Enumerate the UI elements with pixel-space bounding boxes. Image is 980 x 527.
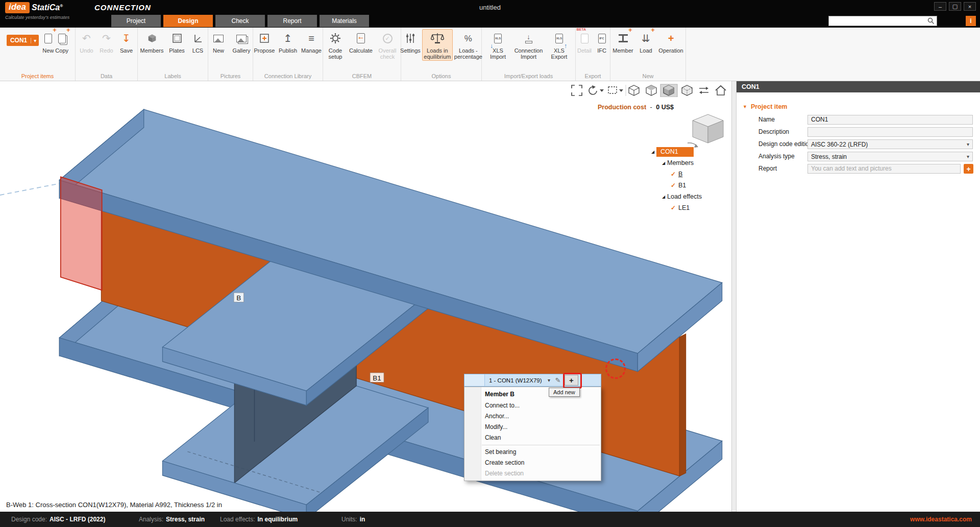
report-field[interactable]: You can add text and pictures bbox=[807, 164, 961, 174]
ribbon-item-copy-project[interactable]: + Copy bbox=[55, 31, 68, 54]
ribbon-item-plates-labels[interactable]: Plates bbox=[167, 31, 187, 54]
group-caption-project-items: Project items bbox=[0, 73, 75, 79]
menu-item-anchor[interactable]: Anchor... bbox=[464, 411, 601, 422]
tree-node-le1[interactable]: ✓ LE1 bbox=[649, 202, 731, 213]
ribbon-item-settings[interactable]: Settings bbox=[400, 31, 421, 54]
selection-status-line: B-Web 1: Cross-section CON1(W12X79), Mat… bbox=[6, 501, 222, 509]
operation-dropdown-value: 1 - CON1 (W12X79) bbox=[489, 377, 548, 384]
percent-icon: % bbox=[464, 31, 472, 46]
viewport-3d[interactable]: B B1 Production cost - 0 US$ bbox=[0, 81, 731, 512]
ribbon-item-xls-import[interactable]: XLS↓ XLS Import bbox=[485, 31, 511, 60]
ribbon-item-propose[interactable]: Propose bbox=[253, 31, 276, 54]
wireframe-mode-icon[interactable] bbox=[629, 85, 639, 95]
undo-icon: ↶ bbox=[82, 31, 91, 46]
chevron-down-icon: ▾ bbox=[967, 141, 969, 147]
ribbon-item-xls-export[interactable]: XLS↑ XLS Export bbox=[547, 31, 572, 60]
properties-panel: CON1 ▼ Project item Name CON1 Descriptio… bbox=[737, 81, 980, 512]
chevron-down-icon: ▾ bbox=[967, 154, 969, 159]
expander-icon[interactable]: ◢ bbox=[660, 161, 667, 165]
select-rectangle-icon[interactable] bbox=[608, 87, 623, 93]
edit-icon[interactable]: ✎ bbox=[553, 376, 562, 384]
transparent-mode-icon[interactable] bbox=[682, 85, 692, 95]
ribbon-item-new-load[interactable]: ⇊+ Load bbox=[636, 31, 656, 54]
project-item-combo[interactable]: CON1 ▾ bbox=[7, 35, 39, 46]
ribbon-item-undo: ↶ Undo bbox=[78, 31, 96, 54]
website-link[interactable]: www.ideastatica.com bbox=[910, 516, 972, 523]
ribbon-item-new-picture[interactable]: New bbox=[208, 31, 229, 54]
ribbon-item-new-operation[interactable]: + Operation bbox=[658, 31, 684, 54]
ribbon-item-loads-percentage[interactable]: % Loads - percentage bbox=[454, 31, 482, 60]
home-view-icon[interactable] bbox=[716, 86, 726, 95]
fit-view-icon[interactable] bbox=[572, 85, 582, 95]
info-button[interactable]: i bbox=[966, 16, 976, 26]
tree-node-con1[interactable]: ◢ CON1 bbox=[649, 146, 731, 157]
xls-import-icon: XLS↓ bbox=[494, 31, 502, 46]
ribbon-item-code-setup[interactable]: Code setup bbox=[324, 31, 347, 60]
collapse-triangle-icon[interactable]: ▼ bbox=[743, 104, 747, 109]
tree-node-member-b1[interactable]: ✓ B1 bbox=[649, 180, 731, 191]
tree-node-members[interactable]: ◢ Members bbox=[649, 157, 731, 169]
beam-b-web-end-edge bbox=[679, 334, 685, 476]
ribbon-item-manage[interactable]: ≡ Manage bbox=[300, 31, 323, 54]
shaded-mode-icon[interactable] bbox=[646, 85, 656, 95]
ribbon-group-cbfem: Code setup +− Calculate ✓ Overall check … bbox=[323, 28, 401, 81]
tab-report[interactable]: Report bbox=[267, 15, 317, 27]
tab-materials[interactable]: Materials bbox=[320, 15, 369, 27]
members-cube-icon bbox=[146, 31, 158, 46]
section-project-item[interactable]: ▼ Project item bbox=[743, 103, 787, 110]
context-menu: 1 - CON1 (W12X79) ▾ ✎ + Add new Member B… bbox=[464, 374, 601, 481]
check-icon[interactable]: ✓ bbox=[671, 182, 678, 189]
end-plate-highlighted[interactable] bbox=[61, 177, 102, 290]
description-field[interactable] bbox=[807, 127, 973, 137]
overall-check-icon: ✓ bbox=[383, 31, 393, 46]
ribbon-item-save[interactable]: ↧ Save bbox=[117, 31, 136, 54]
ribbon-item-loads-in-equilibrium[interactable]: Loads in equilibrium bbox=[422, 29, 453, 61]
ribbon-item-calculate[interactable]: +− Calculate bbox=[349, 31, 373, 54]
solid-mode-icon-active[interactable] bbox=[660, 84, 677, 97]
ribbon-group-options: Settings Loads in equilibrium % Loads - … bbox=[401, 28, 482, 81]
ribbon-item-connection-import[interactable]: ↓ Connection Import bbox=[512, 31, 545, 60]
ribbon-item-new-project[interactable]: + New bbox=[42, 31, 54, 54]
menu-item-connect-to[interactable]: Connect to... bbox=[464, 400, 601, 411]
design-code-edition-select[interactable]: AISC 360-22 (LRFD) ▾ bbox=[807, 139, 973, 149]
menu-item-set-bearing[interactable]: Set bearing bbox=[464, 447, 601, 458]
tab-design[interactable]: Design bbox=[163, 15, 213, 27]
search-input[interactable] bbox=[829, 17, 927, 25]
menu-item-modify[interactable]: Modify... bbox=[464, 422, 601, 433]
ribbon-item-publish[interactable]: ↥ Publish bbox=[277, 31, 299, 54]
group-caption-cbfem: CBFEM bbox=[323, 73, 401, 79]
name-field[interactable]: CON1 bbox=[807, 115, 973, 125]
close-button[interactable]: × bbox=[964, 2, 976, 11]
menu-item-create-section[interactable]: Create section bbox=[464, 458, 601, 468]
status-design-code: Design code:AISC - LRFD (2022) bbox=[11, 516, 105, 523]
model-3d-scene[interactable]: B B1 bbox=[0, 81, 731, 512]
panel-divider[interactable] bbox=[731, 81, 737, 512]
minimize-button[interactable]: – bbox=[934, 2, 946, 11]
operation-dropdown[interactable]: 1 - CON1 (W12X79) ▾ bbox=[485, 377, 552, 384]
report-add-button[interactable]: + bbox=[964, 164, 973, 174]
ribbon-item-gallery[interactable]: Gallery bbox=[230, 31, 253, 54]
tree-node-load-effects[interactable]: ◢ Load effects bbox=[649, 191, 731, 202]
tab-check[interactable]: Check bbox=[215, 15, 265, 27]
check-icon[interactable]: ✓ bbox=[671, 171, 678, 178]
ribbon-item-ifc-export[interactable]: IFC IFC bbox=[594, 31, 609, 54]
combo-corner-cell[interactable] bbox=[464, 374, 485, 386]
ribbon-item-new-member[interactable]: + Member bbox=[612, 31, 634, 54]
add-new-button[interactable]: + bbox=[565, 375, 578, 386]
ribbon-item-lcs-labels[interactable]: LCS bbox=[189, 31, 207, 54]
ribbon-group-connection-library: Propose ↥ Publish ≡ Manage Connection Li… bbox=[253, 28, 323, 81]
ribbon-item-redo: ↷ Redo bbox=[97, 31, 116, 54]
rotate-view-icon[interactable] bbox=[589, 85, 604, 94]
maximize-button[interactable]: ▢ bbox=[949, 2, 961, 11]
tree-node-member-b[interactable]: ✓ B bbox=[649, 169, 731, 180]
ribbon-item-members-labels[interactable]: Members bbox=[139, 31, 165, 54]
supports-icon[interactable] bbox=[699, 87, 708, 94]
search-box[interactable] bbox=[828, 16, 937, 26]
expander-icon[interactable]: ◢ bbox=[660, 195, 667, 199]
analysis-type-select[interactable]: Stress, strain ▾ bbox=[807, 152, 973, 161]
menu-item-clean[interactable]: Clean bbox=[464, 433, 601, 443]
group-caption-import-export-loads: Import/Export loads bbox=[482, 73, 575, 79]
check-icon[interactable]: ✓ bbox=[671, 204, 678, 211]
expander-icon[interactable]: ◢ bbox=[649, 150, 656, 154]
tab-project[interactable]: Project bbox=[111, 15, 161, 27]
